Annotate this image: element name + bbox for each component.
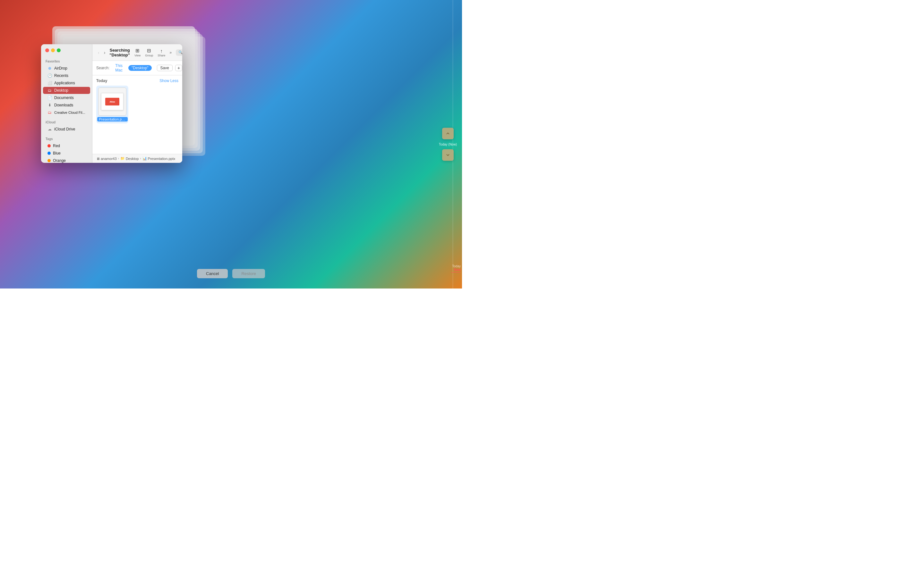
add-filter-button[interactable]: + — [175, 65, 182, 71]
restore-button[interactable]: Restore — [232, 269, 265, 278]
pptx-icon: 📊 — [142, 156, 147, 161]
timemachine-controls: Today (Now) — [434, 121, 462, 167]
breadcrumb-file-label: Presentation.pptx — [148, 157, 176, 161]
sidebar-item-icloud-label: iCloud Drive — [54, 127, 75, 131]
sidebar-item-documents-label: Documents — [54, 95, 74, 100]
documents-icon: 📄 — [47, 95, 52, 100]
breadcrumb-file[interactable]: 📊 Presentation.pptx — [142, 156, 176, 161]
timemachine-now-label: Today (Now) — [439, 143, 457, 146]
breadcrumb-desktop-label: Desktop — [126, 157, 139, 161]
chevron-up-icon — [445, 131, 451, 137]
search-icon: 🔍 — [178, 50, 182, 55]
group-label: Group — [145, 54, 153, 57]
downloads-icon: ⬇ — [47, 103, 52, 107]
file-item-presentation[interactable]: Atlas Presentation.pptx — [96, 85, 128, 123]
pptx-preview: Atlas — [99, 88, 126, 115]
pptx-slide-text: Atlas — [110, 101, 115, 103]
sidebar-item-applications-label: Applications — [54, 81, 75, 85]
nav-buttons: ‹ › — [96, 49, 107, 56]
home-icon: 🖥 — [96, 157, 100, 161]
creative-icon: 🗂 — [47, 110, 52, 115]
sidebar-item-downloads[interactable]: ⬇ Downloads — [43, 102, 90, 109]
file-thumbnail: Atlas — [98, 87, 126, 116]
today-label: Today — [451, 264, 461, 268]
section-title: Today — [96, 79, 107, 83]
close-button[interactable] — [45, 48, 49, 52]
sidebar-item-airdrop-label: AirDrop — [54, 66, 67, 71]
view-label: View — [134, 54, 141, 57]
back-button[interactable]: ‹ — [96, 49, 101, 56]
now-label: Now — [451, 268, 461, 271]
this-mac-pill[interactable]: This Mac — [112, 63, 126, 73]
favorites-label: Favorites — [41, 57, 92, 64]
folder-icon: 📁 — [120, 156, 125, 161]
file-grid: Today Show Less Atlas Presentation.pptx — [92, 75, 182, 154]
chevron-down-icon — [445, 152, 451, 158]
breadcrumb-home[interactable]: 🖥 anamor43 — [96, 157, 117, 161]
breadcrumb-desktop[interactable]: 📁 Desktop — [120, 156, 139, 161]
tags-label: Tags — [41, 135, 92, 142]
breadcrumb-home-label: anamor43 — [101, 157, 117, 161]
recents-icon: 🕐 — [47, 73, 52, 78]
sidebar-item-red[interactable]: Red — [43, 142, 90, 149]
timemachine-down-button[interactable] — [442, 149, 454, 161]
save-button[interactable]: Save — [157, 65, 173, 71]
sidebar-item-downloads-label: Downloads — [54, 103, 73, 107]
dialog-buttons: Cancel Restore — [197, 269, 265, 278]
orange-tag-dot — [47, 159, 51, 162]
more-actions-button[interactable]: » — [168, 49, 173, 56]
breadcrumb-arrow-2: › — [140, 157, 141, 160]
show-less-button[interactable]: Show Less — [160, 79, 178, 83]
red-tag-dot — [47, 144, 51, 147]
timemachine-up-button[interactable] — [442, 128, 454, 139]
finder-dialog: Favorites ⊕ AirDrop 🕐 Recents ⬜ Applicat… — [41, 44, 182, 163]
applications-icon: ⬜ — [47, 81, 52, 85]
sidebar-item-recents-label: Recents — [54, 73, 68, 78]
icloud-label: iCloud — [41, 118, 92, 125]
blue-tag-label: Blue — [53, 151, 61, 155]
breadcrumb-arrow-1: › — [118, 157, 119, 160]
share-label: Share — [158, 54, 165, 57]
sidebar-item-recents[interactable]: 🕐 Recents — [43, 72, 90, 79]
pptx-red-block: Atlas — [105, 98, 120, 105]
sidebar-item-icloud[interactable]: ☁ iCloud Drive — [43, 126, 90, 133]
desktop-pill[interactable]: "Desktop" — [128, 65, 152, 71]
airdrop-icon: ⊕ — [47, 66, 52, 71]
forward-button[interactable]: › — [102, 49, 107, 56]
group-icon: ⊟ — [147, 48, 151, 53]
section-header: Today Show Less — [96, 79, 178, 83]
sidebar-item-creative-label: Creative Cloud Fil... — [54, 111, 86, 114]
group-button[interactable]: ⊟ Group — [143, 47, 155, 58]
sidebar-item-desktop-label: Desktop — [54, 88, 68, 93]
cancel-button[interactable]: Cancel — [197, 269, 228, 278]
traffic-lights — [45, 48, 61, 52]
blue-tag-dot — [47, 152, 51, 155]
file-name: Presentation.pptx — [97, 117, 128, 121]
search-filter-bar: Search: This Mac "Desktop" Save + — [92, 61, 182, 75]
breadcrumb-bar: 🖥 anamor43 › 📁 Desktop › 📊 Presentation.… — [92, 154, 182, 163]
sidebar-item-applications[interactable]: ⬜ Applications — [43, 79, 90, 87]
pptx-slide: Atlas — [101, 93, 124, 110]
orange-tag-label: Orange — [53, 158, 66, 163]
sidebar-item-blue[interactable]: Blue — [43, 150, 90, 157]
toolbar: ‹ › Searching "Desktop" ⊞ View ⊟ Group ↑… — [92, 44, 182, 61]
sidebar: Favorites ⊕ AirDrop 🕐 Recents ⬜ Applicat… — [41, 44, 92, 163]
search-label: Search: — [96, 66, 110, 70]
icloud-icon: ☁ — [47, 127, 52, 131]
minimize-button[interactable] — [51, 48, 55, 52]
sidebar-item-orange[interactable]: Orange — [43, 157, 90, 163]
sidebar-item-documents[interactable]: 📄 Documents — [43, 94, 90, 101]
sidebar-item-airdrop[interactable]: ⊕ AirDrop — [43, 65, 90, 72]
now-line — [451, 272, 461, 272]
toolbar-actions: ⊞ View ⊟ Group ↑ Share » — [132, 47, 173, 58]
sidebar-item-creative[interactable]: 🗂 Creative Cloud Fil... — [43, 109, 90, 116]
zoom-button[interactable] — [57, 48, 61, 52]
view-icon: ⊞ — [136, 48, 140, 53]
sidebar-item-desktop[interactable]: 🗂 Desktop — [43, 87, 90, 94]
main-content: ‹ › Searching "Desktop" ⊞ View ⊟ Group ↑… — [92, 44, 182, 163]
share-icon: ↑ — [160, 48, 163, 53]
search-box[interactable]: 🔍 ✕ — [176, 49, 182, 56]
view-button[interactable]: ⊞ View — [132, 47, 142, 58]
share-button[interactable]: ↑ Share — [156, 47, 167, 58]
red-tag-label: Red — [53, 143, 60, 148]
